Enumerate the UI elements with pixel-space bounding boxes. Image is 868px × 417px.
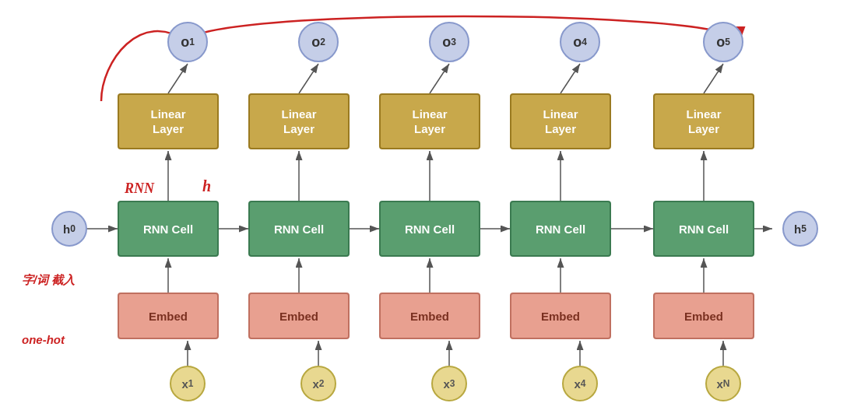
linear-layer-5: LinearLayer xyxy=(653,93,754,149)
input-x2: x2 xyxy=(300,366,336,401)
rnn-cell-5: RNN Cell xyxy=(653,201,754,257)
embed-1: Embed xyxy=(118,293,219,339)
output-circle-o2: o2 xyxy=(298,22,339,62)
input-xN: xN xyxy=(705,366,741,401)
annotation-rnn: RNN xyxy=(125,180,154,197)
linear-layer-1: LinearLayer xyxy=(118,93,219,149)
annotation-h: h xyxy=(202,177,211,195)
embed-5: Embed xyxy=(653,293,754,339)
rnn-cell-1: RNN Cell xyxy=(118,201,219,257)
h5-circle: h5 xyxy=(782,211,818,247)
output-circle-o4: o4 xyxy=(560,22,600,62)
linear-layer-3: LinearLayer xyxy=(379,93,480,149)
embed-4: Embed xyxy=(510,293,611,339)
output-circle-o5: o5 xyxy=(703,22,743,62)
linear-layer-4: LinearLayer xyxy=(510,93,611,149)
output-circle-o1: o1 xyxy=(167,22,208,62)
svg-line-6 xyxy=(704,64,723,93)
linear-layer-2: LinearLayer xyxy=(248,93,350,149)
rnn-cell-4: RNN Cell xyxy=(510,201,611,257)
svg-line-5 xyxy=(561,64,580,93)
input-x4: x4 xyxy=(562,366,598,401)
annotation-chinese: 字/词 截入 xyxy=(22,271,75,289)
input-x1: x1 xyxy=(170,366,206,401)
svg-line-3 xyxy=(299,64,318,93)
svg-line-2 xyxy=(168,64,188,93)
rnn-cell-2: RNN Cell xyxy=(248,201,350,257)
annotation-onehot: one-hot xyxy=(22,333,65,346)
output-circle-o3: o3 xyxy=(429,22,469,62)
h0-circle: h0 xyxy=(51,211,87,247)
diagram-container: o1 o2 o3 o4 o5 LinearLayer LinearLayer L… xyxy=(0,0,868,417)
rnn-cell-3: RNN Cell xyxy=(379,201,480,257)
embed-2: Embed xyxy=(248,293,350,339)
input-x3: x3 xyxy=(431,366,467,401)
embed-3: Embed xyxy=(379,293,480,339)
svg-line-4 xyxy=(430,64,449,93)
